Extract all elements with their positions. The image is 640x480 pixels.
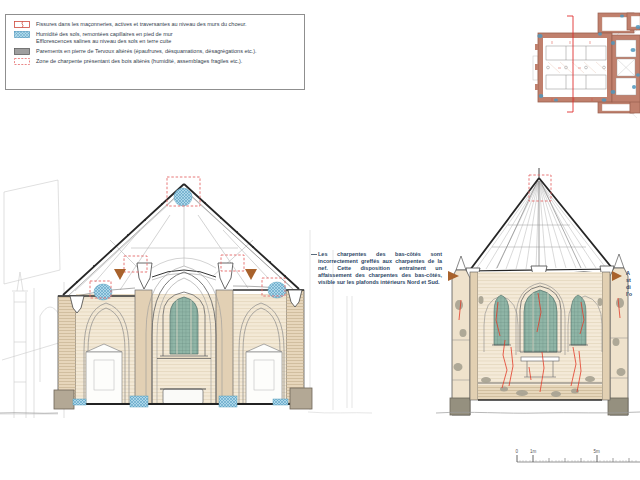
legend-label: Zone de charpente présentant des bois al… [36, 58, 242, 65]
humidity-swatch-icon [14, 31, 30, 38]
legend-label: Efflorescences salines au niveau des sol… [36, 38, 173, 45]
fissure-swatch-icon [14, 21, 30, 28]
legend-item-fissures: Fissures dans les maçonneries, actives e… [10, 21, 298, 28]
choir-cross-section [436, 168, 640, 415]
annotation-charpentes: Les charpentes des bas-côtés sont incorr… [318, 251, 442, 286]
annotation-right-truncated: A st di l'o [626, 270, 640, 298]
defect-marker-right-annotation [612, 271, 622, 281]
legend-item-humidite: Humidité des sols, remontées capillaires… [10, 31, 298, 45]
floor-plan-thumbnail [533, 13, 640, 118]
scale-label-1m: 1m [530, 449, 537, 454]
legend-label: Parements en pierre de Tervoux altérés (… [36, 48, 257, 55]
annotation-leader-line [311, 254, 317, 255]
central-altar [160, 389, 206, 404]
ghost-elevation-left [0, 180, 64, 418]
legend-box: Fissures dans les maçonneries, actives e… [5, 14, 305, 90]
legend-item-parements: Parements en pierre de Tervoux altérés (… [10, 48, 298, 55]
stained-glass-window [170, 297, 198, 354]
scale-bar: 0 1m 5m [516, 449, 640, 462]
scale-label-0: 0 [516, 449, 519, 454]
legend-label: Fissures dans les maçonneries, actives e… [36, 21, 247, 28]
nave-cross-section [0, 177, 372, 418]
stone-swatch-icon [14, 48, 30, 55]
survey-sheet: 0 1m 5m Fissures dans les maçonneries, a… [0, 0, 640, 480]
legend-label: Humidité des sols, remontées capillaires… [36, 31, 173, 38]
timber-zone-swatch-icon [14, 58, 30, 65]
scale-label-5m: 5m [594, 449, 601, 454]
legend-item-charpente: Zone de charpente présentant des bois al… [10, 58, 298, 65]
